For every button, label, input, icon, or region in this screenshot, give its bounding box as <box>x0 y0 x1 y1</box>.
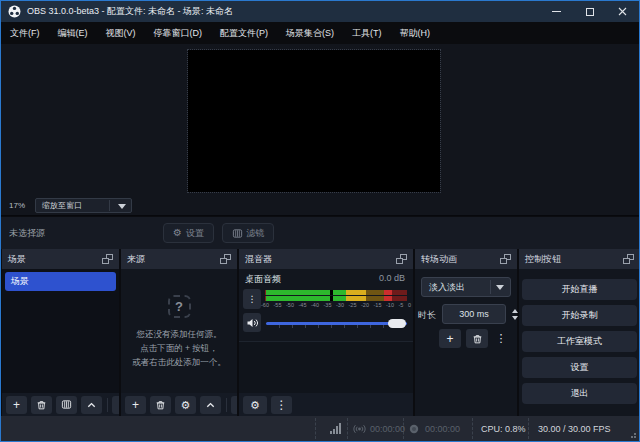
audio-mixer-dock: 混音器 桌面音频 0.0 dB ⋮ -60-55-50-45-40-35-30-… <box>239 249 413 416</box>
title-bar[interactable]: OBS 31.0.0-beta3 - 配置文件: 未命名 - 场景: 未命名 <box>1 1 639 22</box>
source-properties-button[interactable]: ⚙ <box>175 396 196 414</box>
spinner-up-icon[interactable] <box>512 309 518 313</box>
maximize-icon <box>586 8 594 16</box>
volume-meter-right <box>265 296 407 301</box>
controls-dock-header[interactable]: 控制按钮 <box>519 249 640 269</box>
scenes-more-button[interactable]: ⋮ <box>112 396 119 414</box>
mixer-channel-menu-button[interactable]: ⋮ <box>243 289 261 309</box>
vertical-dots-icon: ⋮ <box>276 399 288 411</box>
scenes-dock: 场景 场景 + <box>2 249 119 416</box>
vertical-dots-icon: ⋮ <box>248 294 257 304</box>
volume-slider[interactable] <box>266 317 407 329</box>
start-streaming-button[interactable]: 开始直播 <box>522 279 637 300</box>
minimize-icon <box>552 11 561 12</box>
start-recording-button[interactable]: 开始录制 <box>522 305 637 326</box>
trash-icon <box>36 399 47 411</box>
preview-area[interactable] <box>1 44 639 196</box>
popout-icon[interactable] <box>500 254 511 264</box>
popout-icon[interactable] <box>623 254 634 264</box>
remove-scene-button[interactable] <box>31 396 52 414</box>
mixer-channel-level: 0.0 dB <box>379 273 405 283</box>
menu-tools[interactable]: 工具(T) <box>343 22 391 44</box>
gear-icon: ⚙ <box>181 399 191 411</box>
controls-dock-title: 控制按钮 <box>525 253 561 266</box>
obs-window: OBS 31.0.0-beta3 - 配置文件: 未命名 - 场景: 未命名 文… <box>0 0 640 442</box>
preview-canvas[interactable] <box>188 50 440 192</box>
mixer-dock-title: 混音器 <box>245 253 272 266</box>
popout-icon[interactable] <box>396 254 407 264</box>
filters-icon <box>61 399 72 410</box>
settings-button[interactable]: 设置 <box>522 357 637 378</box>
mixer-more-button[interactable]: ⋮ <box>271 396 292 414</box>
remove-source-button[interactable] <box>150 396 171 414</box>
menu-view[interactable]: 视图(V) <box>97 22 145 44</box>
scenes-dock-header[interactable]: 场景 <box>2 249 119 269</box>
speaker-icon <box>246 317 259 329</box>
chevron-up-icon <box>205 400 216 410</box>
sources-dock-header[interactable]: 来源 <box>121 249 237 269</box>
mixer-toolbar: ⚙ ⋮ <box>239 393 413 416</box>
transition-properties-button[interactable]: ⋮ <box>494 329 508 348</box>
duration-label: 时长 <box>418 309 436 322</box>
mixer-dock-header[interactable]: 混音器 <box>239 249 413 269</box>
resize-grip[interactable] <box>628 430 636 438</box>
scene-list[interactable]: 场景 <box>2 269 119 393</box>
network-status-icon <box>330 423 344 434</box>
sources-more-button[interactable]: ⋮ <box>231 396 237 414</box>
scenes-dock-title: 场景 <box>8 253 26 266</box>
menu-help[interactable]: 帮助(H) <box>391 22 440 44</box>
scene-list-item-selected[interactable]: 场景 <box>5 272 116 291</box>
menu-docks[interactable]: 停靠窗口(D) <box>145 22 212 44</box>
transitions-dock-header[interactable]: 转场动画 <box>415 249 517 269</box>
popout-icon[interactable] <box>220 254 231 264</box>
volume-meter-scale: -60-55-50-45-40-35-30-25-20-15-10-50 <box>261 302 411 308</box>
zoom-mode-dropdown[interactable]: 缩放至窗口 <box>35 198 132 213</box>
menu-edit[interactable]: 编辑(E) <box>49 22 97 44</box>
record-status-icon <box>409 424 419 434</box>
exit-button[interactable]: 退出 <box>522 383 637 404</box>
add-source-button[interactable]: + <box>125 396 146 414</box>
remove-transition-button[interactable] <box>466 329 488 348</box>
sources-empty-hint-line1: 您还没有添加任何源。 <box>121 329 237 341</box>
filters-icon <box>232 228 243 239</box>
sources-dock-title: 来源 <box>127 253 145 266</box>
duration-input[interactable]: 300 ms <box>442 304 506 324</box>
record-time: 00:00:00 <box>425 424 460 434</box>
source-list[interactable]: ? 您还没有添加任何源。 点击下面的 + 按钮， 或者右击此处添加一个。 <box>121 269 237 393</box>
vertical-dots-icon: ⋮ <box>236 399 238 411</box>
vertical-dots-icon: ⋮ <box>117 399 120 411</box>
move-source-up-button[interactable] <box>200 396 221 414</box>
stream-status-icon <box>353 424 366 434</box>
question-mark-icon: ? <box>168 295 191 318</box>
popout-icon[interactable] <box>102 254 113 264</box>
source-properties-button[interactable]: ⚙ 设置 <box>163 223 214 243</box>
minimize-button[interactable] <box>540 1 573 22</box>
sources-empty-hint-line2: 点击下面的 + 按钮， <box>121 343 237 355</box>
source-context-bar: 未选择源 ⚙ 设置 滤镜 <box>1 217 639 249</box>
transition-dropdown[interactable]: 淡入淡出 <box>421 277 511 297</box>
sources-toolbar: + ⚙ ⋮ <box>121 393 237 416</box>
menu-profile[interactable]: 配置文件(P) <box>211 22 277 44</box>
menu-scene-collection[interactable]: 场景集合(S) <box>277 22 343 44</box>
studio-mode-button[interactable]: 工作室模式 <box>522 331 637 352</box>
maximize-button[interactable] <box>573 1 606 22</box>
mute-button[interactable] <box>243 313 261 332</box>
trash-icon <box>155 399 166 411</box>
obs-logo-icon <box>8 5 21 18</box>
chevron-up-icon <box>86 400 97 410</box>
controls-dock: 控制按钮 开始直播 开始录制 工作室模式 设置 退出 <box>519 249 640 416</box>
menu-file[interactable]: 文件(F) <box>1 22 49 44</box>
spinner-down-icon[interactable] <box>512 316 518 320</box>
add-scene-button[interactable]: + <box>6 396 27 414</box>
advanced-audio-properties-button[interactable]: ⚙ <box>243 396 267 414</box>
source-filters-label: 滤镜 <box>247 227 265 240</box>
add-transition-button[interactable]: + <box>439 329 461 348</box>
move-scene-up-button[interactable] <box>81 396 102 414</box>
close-button[interactable] <box>606 1 639 22</box>
close-icon <box>618 7 627 16</box>
volume-slider-handle[interactable] <box>388 319 406 328</box>
vertical-dots-icon: ⋮ <box>496 332 507 345</box>
sources-empty-hint-line3: 或者右击此处添加一个。 <box>121 357 237 369</box>
source-filters-button[interactable]: 滤镜 <box>222 223 274 243</box>
scene-filters-button[interactable] <box>56 396 77 414</box>
